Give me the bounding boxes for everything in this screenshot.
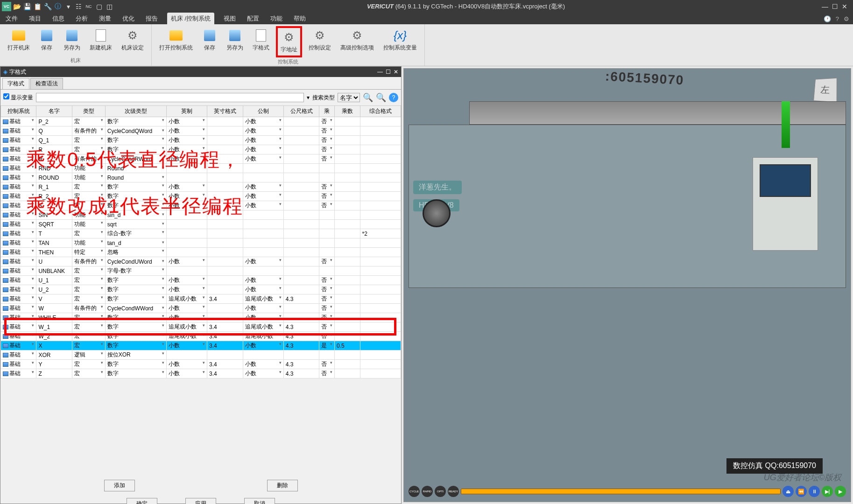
- cell[interactable]: [360, 350, 401, 360]
- cell[interactable]: [334, 220, 360, 229]
- cell[interactable]: 基础: [1, 266, 36, 276]
- cell[interactable]: 基础: [1, 238, 36, 248]
- cell[interactable]: 小数: [243, 192, 283, 201]
- minimize-icon[interactable]: —: [822, 3, 828, 10]
- cell[interactable]: [334, 173, 360, 182]
- cell[interactable]: [166, 238, 207, 248]
- table-row[interactable]: 基础SIN功能sin_d: [1, 210, 401, 220]
- cell[interactable]: RND: [36, 164, 72, 173]
- dialog-maximize-icon[interactable]: ☐: [386, 69, 391, 75]
- cell[interactable]: 否: [319, 182, 335, 192]
- apply-button[interactable]: 应用: [185, 498, 216, 504]
- cell[interactable]: [283, 285, 319, 294]
- cell[interactable]: [334, 332, 360, 341]
- cell[interactable]: [207, 126, 243, 136]
- cell[interactable]: [334, 369, 360, 378]
- cell[interactable]: 小数: [243, 313, 283, 322]
- cell[interactable]: 综合-数字: [105, 229, 166, 238]
- cell[interactable]: [283, 276, 319, 285]
- cell[interactable]: 小数: [166, 257, 207, 266]
- cell[interactable]: 否: [319, 360, 335, 369]
- cell[interactable]: CycleCondUWord: [105, 257, 166, 266]
- cell[interactable]: [207, 266, 243, 276]
- cell[interactable]: 否: [319, 369, 335, 378]
- cell[interactable]: 数字: [105, 201, 166, 210]
- cell[interactable]: [207, 276, 243, 285]
- table-row[interactable]: 基础UNBLANK宏字母-数字: [1, 266, 401, 276]
- cell[interactable]: Q_1: [36, 136, 72, 145]
- cell[interactable]: *2: [360, 229, 401, 238]
- cell[interactable]: 基础: [1, 341, 36, 350]
- cell[interactable]: 4.3: [283, 332, 319, 341]
- table-row[interactable]: 基础R_2宏数字小数小数否: [1, 192, 401, 201]
- cell[interactable]: 否: [319, 117, 335, 126]
- cell[interactable]: CycleCondWWord: [105, 304, 166, 313]
- cell[interactable]: 忽略: [105, 248, 166, 257]
- status-rapid[interactable]: RAPID: [422, 486, 433, 497]
- cell[interactable]: 按位XOR: [105, 350, 166, 360]
- cell[interactable]: [360, 238, 401, 248]
- cell[interactable]: W_2: [36, 332, 72, 341]
- cell[interactable]: [334, 192, 360, 201]
- menu-item-9[interactable]: 配置: [245, 14, 261, 24]
- table-row[interactable]: 基础SQRT功能sqrt: [1, 220, 401, 229]
- cell[interactable]: [207, 220, 243, 229]
- cell[interactable]: 宏: [72, 201, 105, 210]
- cell[interactable]: [166, 266, 207, 276]
- view-cube[interactable]: 左: [813, 78, 837, 103]
- cell[interactable]: [207, 304, 243, 313]
- cell[interactable]: [243, 238, 283, 248]
- cell[interactable]: 基础: [1, 192, 36, 201]
- qat-split-icon[interactable]: ◫: [105, 2, 114, 11]
- cell[interactable]: 追尾或小数: [166, 322, 207, 332]
- cell[interactable]: 否: [319, 257, 335, 266]
- ribbon-控制设定[interactable]: ⚙控制设定: [306, 26, 334, 57]
- cell[interactable]: [360, 266, 401, 276]
- cell[interactable]: [283, 173, 319, 182]
- table-row[interactable]: 基础RND功能Round: [1, 164, 401, 173]
- cell[interactable]: [283, 313, 319, 322]
- cell[interactable]: 宏: [72, 332, 105, 341]
- cell[interactable]: U_1: [36, 276, 72, 285]
- cell[interactable]: TAN: [36, 238, 72, 248]
- cell[interactable]: 小数: [243, 369, 283, 378]
- status-ready[interactable]: READY: [448, 486, 459, 497]
- 3d-viewport[interactable]: :605159070 ⌂ 左 洋葱先生。 HD400-V8 数控仿真 QQ:60…: [403, 68, 851, 502]
- cell[interactable]: W: [36, 304, 72, 313]
- ribbon-新建机床[interactable]: 新建机床: [87, 26, 115, 56]
- help-button-icon[interactable]: ?: [389, 93, 398, 102]
- cell[interactable]: CycleCondQWord: [105, 126, 166, 136]
- cell[interactable]: [243, 164, 283, 173]
- cell[interactable]: 否: [319, 126, 335, 136]
- column-header[interactable]: 控制系统: [1, 106, 36, 117]
- qat-window-icon[interactable]: ▢: [94, 2, 104, 11]
- table-row[interactable]: 基础Q_1宏数字小数小数否: [1, 136, 401, 145]
- cell[interactable]: [334, 360, 360, 369]
- cell[interactable]: [360, 341, 401, 350]
- cell[interactable]: Round: [105, 173, 166, 182]
- search-type-select[interactable]: 名字: [338, 93, 360, 102]
- cell[interactable]: 逻辑: [72, 350, 105, 360]
- cell[interactable]: [319, 164, 335, 173]
- eject-icon[interactable]: ⏏: [783, 486, 794, 497]
- cell[interactable]: U: [36, 257, 72, 266]
- cell[interactable]: 小数: [243, 136, 283, 145]
- cell[interactable]: 基础: [1, 369, 36, 378]
- table-row[interactable]: 基础X宏数字小数3.4小数4.3是0.5: [1, 341, 401, 350]
- cell[interactable]: 基础: [1, 173, 36, 182]
- cell[interactable]: P_2: [36, 117, 72, 126]
- cell[interactable]: [334, 229, 360, 238]
- cell[interactable]: [319, 173, 335, 182]
- table-row[interactable]: 基础R_1宏数字小数小数否: [1, 182, 401, 192]
- close-icon[interactable]: ✕: [842, 3, 847, 10]
- cell[interactable]: [334, 201, 360, 210]
- qat-save-icon[interactable]: 💾: [22, 2, 32, 11]
- cell[interactable]: 小数: [243, 126, 283, 136]
- status-cycle[interactable]: CYCLE: [409, 486, 420, 497]
- cell[interactable]: [283, 182, 319, 192]
- cell[interactable]: [207, 154, 243, 164]
- cell[interactable]: 否: [319, 304, 335, 313]
- cell[interactable]: 基础: [1, 164, 36, 173]
- cell[interactable]: R: [36, 145, 72, 154]
- cell[interactable]: [334, 154, 360, 164]
